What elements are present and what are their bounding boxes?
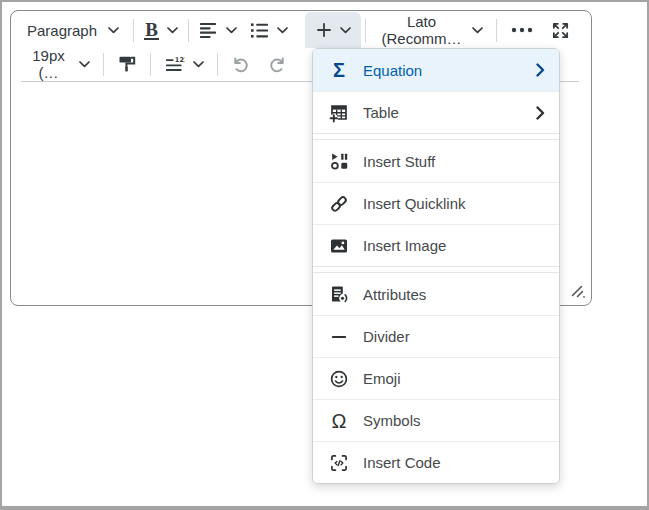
svg-text:123: 123 bbox=[174, 56, 184, 64]
font-size-dropdown[interactable]: 19px (… bbox=[17, 47, 99, 81]
image-icon bbox=[328, 236, 350, 256]
menu-item-insert-stuff[interactable]: Insert Stuff bbox=[313, 140, 559, 182]
toolbar-row-1: Paragraph B bbox=[17, 13, 585, 47]
attributes-icon bbox=[328, 284, 350, 304]
insert-menu-group: Attributes Divider Emoji Ω Symbols bbox=[313, 272, 559, 483]
menu-item-label: Equation bbox=[363, 62, 536, 79]
sigma-icon: Σ bbox=[328, 60, 350, 80]
font-family-label: Lato (Recomm… bbox=[379, 13, 464, 47]
insert-plus-dropdown[interactable] bbox=[305, 12, 361, 48]
bold-label: B bbox=[144, 21, 159, 40]
chevron-down-icon bbox=[472, 27, 483, 34]
alignment-dropdown[interactable] bbox=[193, 13, 243, 47]
menu-item-symbols[interactable]: Ω Symbols bbox=[313, 399, 559, 441]
chevron-right-icon bbox=[536, 63, 545, 77]
media-shapes-icon bbox=[328, 151, 350, 171]
insert-menu-group: Σ Equation Table bbox=[313, 49, 559, 134]
list-dropdown[interactable] bbox=[243, 13, 295, 47]
emoji-icon bbox=[328, 369, 350, 389]
bullet-list-icon bbox=[250, 22, 269, 39]
format-painter-icon bbox=[117, 54, 137, 74]
menu-item-label: Insert Image bbox=[363, 237, 545, 254]
menu-item-divider[interactable]: Divider bbox=[313, 315, 559, 357]
menu-item-insert-quicklink[interactable]: Insert Quicklink bbox=[313, 182, 559, 224]
undo-button[interactable] bbox=[222, 47, 259, 81]
numbered-list-format-dropdown[interactable]: 123 bbox=[155, 47, 213, 81]
undo-icon bbox=[230, 54, 251, 75]
menu-item-table[interactable]: Table bbox=[313, 91, 559, 133]
toolbar-separator bbox=[365, 19, 366, 42]
fullscreen-icon bbox=[551, 21, 570, 40]
menu-item-insert-code[interactable]: Insert Code bbox=[313, 441, 559, 483]
menu-item-label: Divider bbox=[363, 328, 545, 345]
paragraph-format-dropdown[interactable]: Paragraph bbox=[17, 13, 129, 47]
menu-item-attributes[interactable]: Attributes bbox=[313, 273, 559, 315]
align-left-icon bbox=[199, 22, 218, 39]
plus-icon bbox=[316, 22, 332, 38]
link-icon bbox=[328, 194, 350, 214]
chevron-down-icon bbox=[193, 61, 204, 68]
horizontal-rule-icon bbox=[328, 327, 350, 347]
menu-item-label: Insert Code bbox=[363, 454, 545, 471]
code-icon bbox=[328, 453, 350, 473]
editor-resize-handle[interactable] bbox=[569, 283, 587, 301]
menu-item-label: Insert Stuff bbox=[363, 153, 545, 170]
format-painter-button[interactable] bbox=[108, 47, 146, 81]
chevron-down-icon bbox=[277, 27, 288, 34]
menu-item-equation[interactable]: Σ Equation bbox=[313, 49, 559, 91]
menu-item-label: Emoji bbox=[363, 370, 545, 387]
omega-icon: Ω bbox=[328, 411, 350, 431]
chevron-down-icon bbox=[108, 27, 119, 34]
chevron-down-icon bbox=[79, 61, 90, 68]
menu-item-label: Insert Quicklink bbox=[363, 195, 545, 212]
redo-button[interactable] bbox=[259, 47, 296, 81]
toolbar-separator bbox=[103, 53, 104, 76]
chevron-down-icon bbox=[340, 27, 351, 34]
font-family-dropdown[interactable]: Lato (Recomm… bbox=[370, 13, 492, 47]
chevron-down-icon bbox=[167, 27, 178, 34]
redo-icon bbox=[267, 54, 288, 75]
toolbar-separator bbox=[188, 19, 189, 42]
bold-dropdown[interactable]: B bbox=[138, 13, 184, 47]
screenshot-frame: Paragraph B bbox=[0, 0, 649, 510]
numbered-list-format-icon: 123 bbox=[165, 56, 185, 73]
chevron-right-icon bbox=[536, 106, 545, 120]
ellipsis-icon bbox=[511, 27, 533, 33]
toolbar-separator bbox=[217, 53, 218, 76]
more-actions-button[interactable] bbox=[501, 13, 543, 47]
font-size-label: 19px (… bbox=[26, 47, 71, 81]
toolbar-separator bbox=[496, 19, 497, 42]
toolbar-separator bbox=[133, 19, 134, 42]
menu-item-insert-image[interactable]: Insert Image bbox=[313, 224, 559, 266]
toolbar-separator bbox=[150, 53, 151, 76]
menu-item-emoji[interactable]: Emoji bbox=[313, 357, 559, 399]
insert-menu: Σ Equation Table Inse bbox=[312, 48, 560, 484]
table-add-icon bbox=[328, 103, 350, 123]
chevron-down-icon bbox=[226, 27, 237, 34]
fullscreen-button[interactable] bbox=[543, 13, 577, 47]
menu-item-label: Table bbox=[363, 104, 536, 121]
menu-item-label: Symbols bbox=[363, 412, 545, 429]
menu-item-label: Attributes bbox=[363, 286, 545, 303]
insert-menu-group: Insert Stuff Insert Quicklink Insert Ima… bbox=[313, 139, 559, 267]
paragraph-format-label: Paragraph bbox=[27, 22, 97, 39]
